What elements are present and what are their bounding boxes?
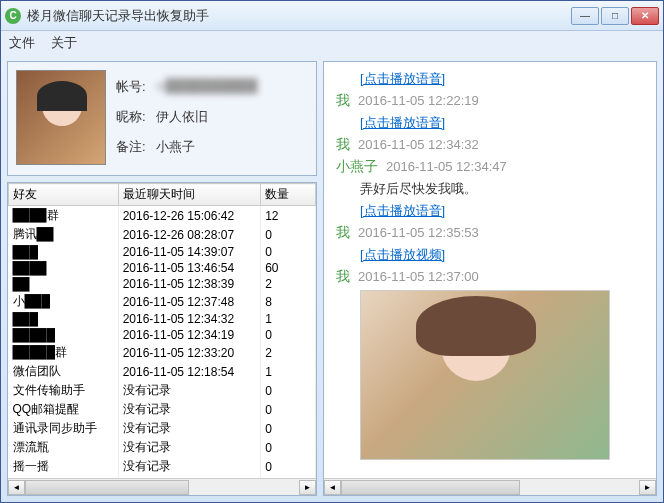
menu-about[interactable]: 关于 (51, 34, 77, 52)
cell-friend: 文件传输助手 (9, 381, 119, 400)
table-row[interactable]: 漂流瓶没有记录0 (9, 438, 316, 457)
friend-table: 好友 最近聊天时间 数量 ████群2016-12-26 15:06:4212腾… (8, 183, 316, 478)
cell-count: 0 (261, 244, 316, 260)
cell-count: 60 (261, 260, 316, 276)
avatar (16, 70, 106, 165)
cell-count: 0 (261, 327, 316, 343)
cell-count: 0 (261, 225, 316, 244)
cell-friend: 腾讯██ (9, 225, 119, 244)
cell-friend: █████群 (9, 343, 119, 362)
chat-hscroll-left-icon[interactable]: ◄ (324, 480, 341, 495)
table-row[interactable]: ████2016-11-05 13:46:5460 (9, 260, 316, 276)
hscroll-left-icon[interactable]: ◄ (8, 480, 25, 495)
play-audio-link[interactable]: [点击播放语音] (360, 202, 644, 220)
table-row[interactable]: ████群2016-12-26 15:06:4212 (9, 206, 316, 226)
cell-time: 2016-12-26 08:28:07 (118, 225, 261, 244)
cell-friend: QQ邮箱提醒 (9, 400, 119, 419)
cell-friend: 摇一摇 (9, 457, 119, 476)
nickname-label: 昵称: (116, 108, 156, 126)
cell-friend: ██ (9, 276, 119, 292)
cell-count: 1 (261, 311, 316, 327)
close-button[interactable]: ✕ (631, 7, 659, 25)
cell-friend: ████ (9, 260, 119, 276)
message-sender: 小燕子 (336, 158, 378, 176)
play-video-link[interactable]: [点击播放视频] (360, 246, 644, 264)
cell-time: 没有记录 (118, 400, 261, 419)
play-audio-link[interactable]: [点击播放语音] (360, 70, 644, 88)
cell-friend: ████群 (9, 206, 119, 226)
cell-time: 2016-11-05 12:38:39 (118, 276, 261, 292)
cell-count: 2 (261, 343, 316, 362)
cell-time: 2016-11-05 12:34:32 (118, 311, 261, 327)
titlebar[interactable]: C 楼月微信聊天记录导出恢复助手 — □ ✕ (1, 1, 663, 31)
message-time: 2016-11-05 12:37:00 (358, 269, 479, 284)
play-audio-link[interactable]: [点击播放语音] (360, 114, 644, 132)
cell-count: 0 (261, 457, 316, 476)
account-value: w██████████ (156, 78, 258, 96)
cell-time: 没有记录 (118, 457, 261, 476)
cell-time: 2016-11-05 12:34:19 (118, 327, 261, 343)
table-row[interactable]: ███2016-11-05 12:34:321 (9, 311, 316, 327)
chat-image[interactable] (360, 290, 610, 460)
app-icon: C (5, 8, 21, 24)
menubar: 文件 关于 (1, 31, 663, 55)
message-time: 2016-11-05 12:22:19 (358, 93, 479, 108)
chat-hscroll-right-icon[interactable]: ► (639, 480, 656, 495)
table-row[interactable]: █████群2016-11-05 12:33:202 (9, 343, 316, 362)
table-row[interactable]: █████2016-11-05 12:34:190 (9, 327, 316, 343)
cell-friend: ███ (9, 311, 119, 327)
cell-time: 2016-11-05 13:46:54 (118, 260, 261, 276)
cell-count: 0 (261, 438, 316, 457)
cell-friend: █████ (9, 327, 119, 343)
table-row[interactable]: 腾讯██2016-12-26 08:28:070 (9, 225, 316, 244)
col-time[interactable]: 最近聊天时间 (118, 184, 261, 206)
hscroll-track[interactable] (25, 480, 299, 495)
table-row[interactable]: 微信团队2016-11-05 12:18:541 (9, 362, 316, 381)
maximize-button[interactable]: □ (601, 7, 629, 25)
remark-value: 小燕子 (156, 138, 195, 156)
chat-hscroll-thumb[interactable] (341, 480, 520, 495)
table-row[interactable]: 通讯录同步助手没有记录0 (9, 419, 316, 438)
chat-pane: [点击播放语音]我2016-11-05 12:22:19[点击播放语音]我201… (323, 61, 657, 496)
cell-time: 2016-11-05 12:18:54 (118, 362, 261, 381)
friend-table-scroll[interactable]: 好友 最近聊天时间 数量 ████群2016-12-26 15:06:4212腾… (8, 183, 316, 478)
table-row[interactable]: 摇一摇没有记录0 (9, 457, 316, 476)
message-time: 2016-11-05 12:34:32 (358, 137, 479, 152)
cell-time: 2016-11-05 12:33:20 (118, 343, 261, 362)
cell-friend: 通讯录同步助手 (9, 419, 119, 438)
table-row[interactable]: 文件传输助手没有记录0 (9, 381, 316, 400)
message-time: 2016-11-05 12:35:53 (358, 225, 479, 240)
message-sender: 我 (336, 92, 350, 110)
message-sender: 我 (336, 268, 350, 286)
message-sender: 我 (336, 136, 350, 154)
table-row[interactable]: ███2016-11-05 14:39:070 (9, 244, 316, 260)
cell-time: 没有记录 (118, 419, 261, 438)
horizontal-scrollbar[interactable]: ◄ ► (8, 478, 316, 495)
cell-time: 没有记录 (118, 381, 261, 400)
profile-box: 帐号: w██████████ 昵称: 伊人依旧 备注: 小燕子 (7, 61, 317, 176)
hscroll-thumb[interactable] (25, 480, 189, 495)
minimize-button[interactable]: — (571, 7, 599, 25)
table-row[interactable]: QQ邮箱提醒没有记录0 (9, 400, 316, 419)
cell-count: 0 (261, 381, 316, 400)
chat-hscrollbar[interactable]: ◄ ► (324, 478, 656, 495)
window-controls: — □ ✕ (571, 7, 659, 25)
table-row[interactable]: ██2016-11-05 12:38:392 (9, 276, 316, 292)
cell-count: 0 (261, 419, 316, 438)
table-row[interactable]: 小███2016-11-05 12:37:488 (9, 292, 316, 311)
message-time: 2016-11-05 12:34:47 (386, 159, 507, 174)
chat-hscroll-track[interactable] (341, 480, 639, 495)
hscroll-right-icon[interactable]: ► (299, 480, 316, 495)
col-count[interactable]: 数量 (261, 184, 316, 206)
cell-count: 0 (261, 400, 316, 419)
remark-label: 备注: (116, 138, 156, 156)
cell-time: 2016-12-26 15:06:42 (118, 206, 261, 226)
chat-scroll[interactable]: [点击播放语音]我2016-11-05 12:22:19[点击播放语音]我201… (324, 62, 656, 478)
cell-friend: 小███ (9, 292, 119, 311)
menu-file[interactable]: 文件 (9, 34, 35, 52)
col-friend[interactable]: 好友 (9, 184, 119, 206)
message-header: 我2016-11-05 12:22:19 (336, 92, 644, 110)
cell-friend: 漂流瓶 (9, 438, 119, 457)
cell-count: 1 (261, 362, 316, 381)
cell-count: 2 (261, 276, 316, 292)
